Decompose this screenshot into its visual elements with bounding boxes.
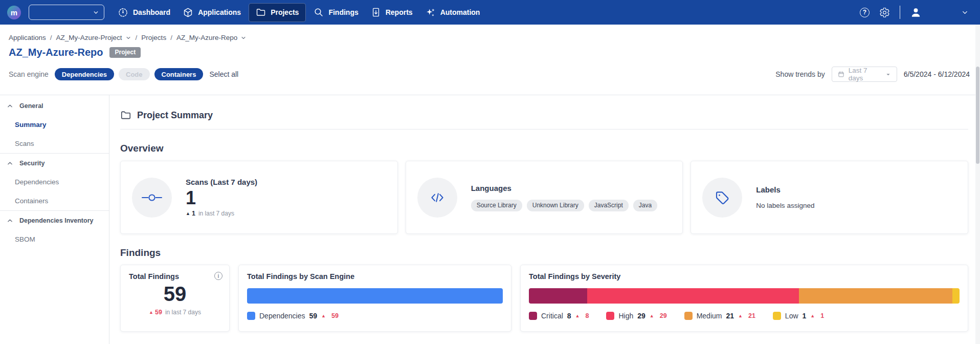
sidebar-item-summary[interactable]: Summary (0, 115, 109, 134)
trend-up-icon: ▲ (650, 314, 654, 318)
gear-icon[interactable] (879, 7, 890, 18)
folder-icon (256, 7, 266, 17)
cube-icon (183, 7, 193, 18)
date-range: 6/5/2024 - 6/12/2024 (904, 70, 970, 78)
nav-item-findings[interactable]: Findings (307, 0, 364, 25)
engine-legend-swatch (247, 312, 255, 320)
delta-suffix: in last 7 days (165, 309, 201, 316)
chevron-down-icon (885, 72, 891, 77)
sidebar-item-sbom[interactable]: SBOM (0, 230, 109, 249)
sidebar-item-scans[interactable]: Scans (0, 134, 109, 153)
overview-heading: Overview (120, 143, 968, 154)
severity-legend-item-high: High 29 ▲ 29 (606, 312, 666, 320)
engine-legend-item: Dependencies 59 ▲ 59 (247, 312, 339, 320)
scans-icon-circle (132, 178, 172, 218)
sidebar: General Summary Scans Security Dependenc… (0, 95, 109, 344)
findings-by-severity-title: Total Findings by Severity (529, 272, 960, 281)
page-header: Applications / AZ_My-Azure-Project / Pro… (0, 25, 980, 95)
nav-item-reports[interactable]: Reports (365, 0, 419, 25)
total-findings-title: Total Findings (129, 272, 221, 281)
help-icon[interactable]: ? (860, 8, 870, 17)
app-window: m Dashboard Applications Projects Findin… (0, 0, 980, 344)
breadcrumb-applications[interactable]: Applications (9, 34, 46, 41)
sidebar-item-containers[interactable]: Containers (0, 191, 109, 210)
delta-suffix: in last 7 days (198, 210, 234, 217)
breadcrumb-project[interactable]: AZ_My-Azure-Project (56, 34, 122, 41)
chevron-up-icon (7, 161, 13, 166)
severity-bar-segment-high[interactable] (587, 288, 799, 304)
sidebar-item-dependencies[interactable]: Dependencies (0, 173, 109, 191)
engine-legend-name: Dependencies (259, 312, 305, 320)
trends-period-dropdown[interactable]: Last 7 days (832, 67, 897, 82)
mend-logo[interactable]: m (7, 6, 21, 19)
sidebar-section-security[interactable]: Security (0, 154, 109, 173)
sidebar-section-label: Security (19, 160, 44, 167)
severity-bar-segment-low[interactable] (952, 288, 960, 304)
show-trends-by-label: Show trends by (775, 70, 825, 78)
nav-right-cluster: ? (860, 6, 973, 19)
nav-label: Projects (271, 8, 299, 16)
languages-icon-circle (417, 178, 457, 218)
severity-legend-value: 21 (726, 312, 734, 320)
severity-legend-delta: 21 (748, 312, 755, 319)
severity-legend-swatch (529, 312, 537, 320)
trend-up-icon: ▲ (321, 314, 326, 318)
breadcrumb-separator: / (170, 34, 172, 41)
scans-count: 1 (186, 187, 257, 208)
nav-item-dashboard[interactable]: Dashboard (112, 0, 176, 25)
engine-legend-value: 59 (309, 312, 318, 320)
user-icon[interactable] (910, 7, 922, 18)
sidebar-section-label: General (19, 102, 43, 110)
trend-up-icon: ▲ (149, 310, 153, 315)
severity-bar-segment-medium[interactable] (799, 288, 952, 304)
severity-legend-item-critical: Critical 8 ▲ 8 (529, 312, 589, 320)
sidebar-section-general[interactable]: General (0, 96, 109, 115)
sidebar-section-label: Dependencies Inventory (19, 217, 94, 224)
code-icon (429, 190, 446, 205)
labels-card: Labels No labels assigned (691, 161, 968, 234)
breadcrumb-chevron-icon[interactable] (125, 35, 131, 41)
severity-legend-value: 8 (567, 312, 571, 320)
divider (120, 129, 968, 130)
severity-legend-item-low: Low 1 ▲ 1 (773, 312, 824, 320)
severity-bar-segment-critical[interactable] (529, 288, 587, 304)
engine-bar[interactable] (247, 288, 503, 304)
search-icon (314, 7, 324, 17)
severity-legend-name: Medium (697, 312, 722, 320)
commit-icon (141, 193, 163, 202)
nav-item-applications[interactable]: Applications (176, 0, 247, 25)
total-findings-value: 59 (129, 283, 221, 306)
org-selector[interactable] (29, 5, 104, 20)
scans-card: Scans (Last 7 days) 1 ▲ 1 in last 7 days (120, 161, 398, 234)
severity-legend-name: High (618, 312, 633, 320)
nav-item-automation[interactable]: Automation (419, 0, 486, 25)
breadcrumb-repo[interactable]: AZ_My-Azure-Repo (176, 34, 237, 41)
severity-legend-delta: 1 (820, 312, 824, 319)
severity-legend-value: 1 (803, 312, 807, 320)
trend-up-icon: ▲ (810, 314, 815, 318)
languages-card-title: Languages (471, 184, 657, 192)
project-type-badge: Project (109, 47, 141, 58)
logo-letter: m (11, 8, 17, 17)
sidebar-section-dependencies-inventory[interactable]: Dependencies Inventory (0, 211, 109, 230)
folder-icon (120, 110, 131, 121)
breadcrumb-projects[interactable]: Projects (141, 34, 166, 41)
nav-label: Automation (440, 8, 480, 16)
severity-legend-name: Critical (541, 312, 563, 320)
account-menu-chevron-icon[interactable] (961, 9, 969, 16)
select-all-link[interactable]: Select all (209, 70, 238, 78)
page-title: AZ_My-Azure-Repo (9, 47, 103, 58)
breadcrumb-chevron-icon[interactable] (240, 35, 247, 41)
engine-legend-delta: 59 (331, 312, 339, 319)
engine-toggle-dependencies[interactable]: Dependencies (55, 68, 114, 80)
findings-by-engine-title: Total Findings by Scan Engine (247, 272, 503, 281)
severity-stacked-bar (529, 288, 960, 304)
info-icon[interactable]: i (214, 272, 222, 280)
severity-legend-item-medium: Medium 21 ▲ 21 (684, 312, 755, 320)
breadcrumb-separator: / (50, 34, 52, 41)
engine-toggle-containers[interactable]: Containers (154, 68, 204, 80)
vertical-scrollbar[interactable] (975, 25, 980, 344)
scrollbar-thumb[interactable] (976, 67, 979, 164)
nav-item-projects[interactable]: Projects (249, 3, 306, 22)
scan-engine-label: Scan engine (9, 70, 49, 78)
